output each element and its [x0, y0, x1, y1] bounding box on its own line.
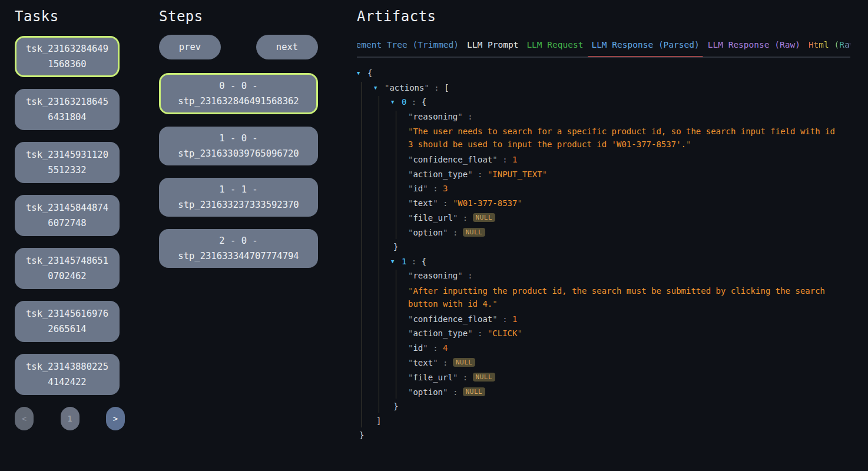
json-line: ▼{ [357, 67, 850, 79]
tasks-title: Tasks [15, 8, 125, 25]
json-line: "id" : 4 [408, 342, 850, 354]
collapse-toggle-icon[interactable]: ▼ [391, 256, 402, 268]
pagination-page-button[interactable]: 1 [61, 407, 79, 430]
json-line: "file_url" : NULL [408, 211, 850, 224]
json-key: action_type [413, 170, 468, 179]
task-item[interactable]: tsk_231457486510702462 [15, 248, 120, 289]
json-value: 1 [512, 155, 517, 164]
json-line: "file_url" : NULL [408, 371, 850, 384]
pagination-next-button[interactable]: > [106, 407, 125, 430]
json-key: option [413, 387, 443, 397]
json-line: "action_type" : "INPUT_TEXT" [408, 168, 850, 181]
step-item[interactable]: 2 - 0 - stp_231633344707774794 [159, 229, 318, 268]
json-line: "id" : 3 [408, 183, 850, 195]
json-line: ▼"actions" : [ [374, 82, 850, 94]
json-line: ] [374, 415, 850, 427]
json-key: option [413, 228, 443, 237]
artifacts-panel: Artifacts Element Tree (Trimmed)LLM Prom… [357, 0, 850, 444]
task-item[interactable]: tsk_231458448746072748 [15, 195, 120, 236]
tab-llm-request[interactable]: LLM Request [526, 40, 583, 57]
tab-element-tree-trimmed[interactable]: Element Tree (Trimmed) [357, 40, 459, 57]
json-value: "The user needs to search for a specific… [408, 125, 838, 151]
null-badge: NULL [463, 387, 486, 396]
step-nav: prev next [159, 35, 318, 59]
json-line: "text" : "W01-377-8537" [408, 197, 850, 210]
json-key: text [413, 198, 433, 208]
null-badge: NULL [463, 228, 486, 237]
json-line: "text" : NULL [408, 356, 850, 369]
json-key: id [413, 184, 423, 193]
artifacts-title: Artifacts [357, 8, 850, 25]
tab-llm-response-raw[interactable]: LLM Response (Raw) [708, 40, 800, 57]
json-key: confidence_float [413, 155, 492, 164]
steps-title: Steps [159, 8, 318, 25]
artifacts-tab-bar: Element Tree (Trimmed)LLM PromptLLM Requ… [357, 40, 850, 58]
json-key: confidence_float [413, 314, 492, 324]
json-children: "reasoning" :"After inputting the produc… [396, 270, 850, 399]
null-badge: NULL [473, 213, 496, 222]
step-list: 0 - 0 - stp_2316328464915683621 - 0 - st… [159, 73, 318, 268]
next-step-button[interactable]: next [256, 35, 318, 59]
json-key: file_url [413, 213, 452, 223]
tab-llm-prompt[interactable]: LLM Prompt [467, 40, 518, 57]
step-item[interactable]: 0 - 0 - stp_231632846491568362 [159, 73, 318, 114]
json-key: file_url [413, 373, 452, 382]
json-value: "After inputting the product id, the sea… [408, 284, 838, 310]
json-line: "option" : NULL [408, 226, 850, 239]
json-line: "reasoning" : [408, 270, 850, 282]
json-value: CLICK [492, 329, 517, 338]
json-children: ▼0 : {"reasoning" :"The user needs to se… [379, 96, 850, 413]
pagination-prev-button[interactable]: < [15, 407, 34, 430]
json-line: "confidence_float" : 1 [408, 154, 850, 166]
json-key: action_type [413, 329, 468, 338]
json-line: "option" : NULL [408, 386, 850, 399]
step-item[interactable]: 1 - 0 - stp_231633039765096720 [159, 127, 318, 165]
json-key: id [413, 343, 423, 353]
json-value: 3 [443, 184, 448, 193]
json-line: "action_type" : "CLICK" [408, 327, 850, 340]
json-line: ▼1 : { [391, 256, 850, 268]
json-line: ▼0 : { [391, 96, 850, 108]
task-item[interactable]: tsk_231456169762665614 [15, 301, 120, 342]
tab-html-raw[interactable]: Html (Raw) [809, 40, 850, 57]
task-item[interactable]: tsk_231459311205512332 [15, 142, 120, 183]
step-item[interactable]: 1 - 1 - stp_231633237333592370 [159, 178, 318, 217]
json-line: "confidence_float" : 1 [408, 313, 850, 326]
tasks-panel: Tasks tsk_231632846491568360tsk_23163218… [15, 0, 125, 430]
json-value: 1 [512, 314, 517, 324]
json-key: reasoning [413, 112, 458, 121]
json-tree-viewer: ▼{▼"actions" : [▼0 : {"reasoning" :"The … [357, 67, 850, 442]
artifacts-tabs: Element Tree (Trimmed)LLM PromptLLM Requ… [357, 40, 850, 57]
json-key: actions [389, 83, 424, 92]
collapse-toggle-icon[interactable]: ▼ [374, 82, 385, 94]
steps-panel: Steps prev next 0 - 0 - stp_231632846491… [159, 0, 318, 268]
json-line: } [391, 241, 850, 253]
json-children: "reasoning" :"The user needs to search f… [396, 111, 850, 239]
json-value: INPUT_TEXT [492, 170, 542, 179]
json-value: W01-377-8537 [458, 198, 517, 208]
json-key: reasoning [413, 271, 458, 280]
json-children: ▼"actions" : [▼0 : {"reasoning" :"The us… [362, 82, 850, 427]
collapse-toggle-icon[interactable]: ▼ [357, 67, 367, 79]
tasks-pagination: < 1 > [15, 407, 125, 430]
prev-step-button[interactable]: prev [159, 35, 221, 59]
json-line: "reasoning" : [408, 111, 850, 123]
app-root: Tasks tsk_231632846491568360tsk_23163218… [0, 0, 868, 444]
tab-llm-response-parsed[interactable]: LLM Response (Parsed) [591, 40, 699, 57]
json-line: } [391, 400, 850, 413]
collapse-toggle-icon[interactable]: ▼ [391, 96, 402, 108]
null-badge: NULL [453, 358, 476, 367]
json-key: text [413, 358, 433, 367]
task-item[interactable]: tsk_231632846491568360 [15, 36, 120, 77]
json-line: } [357, 429, 850, 442]
task-list: tsk_231632846491568360tsk_23163218645643… [15, 36, 120, 395]
task-item[interactable]: tsk_231438802254142422 [15, 354, 120, 395]
json-value: 4 [443, 343, 448, 353]
null-badge: NULL [473, 373, 496, 382]
task-item[interactable]: tsk_231632186456431804 [15, 89, 120, 130]
